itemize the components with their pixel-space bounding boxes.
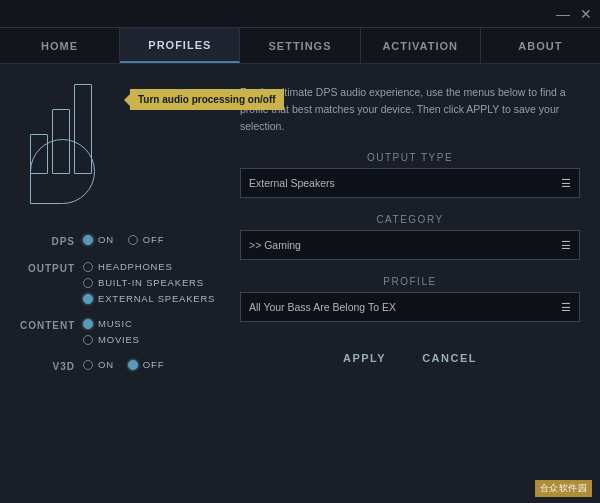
nav-bar: HOME PROFILES SETTINGS ACTIVATION ABOUT: [0, 28, 600, 64]
profile-dropdown[interactable]: All Your Bass Are Belong To EX ☰: [240, 292, 580, 322]
dps-off-label: OFF: [143, 234, 164, 245]
dps-on-option[interactable]: ON: [83, 234, 114, 245]
tab-activation[interactable]: ACTIVATION: [361, 28, 481, 63]
output-type-chevron-icon: ☰: [561, 177, 571, 189]
content-music-radio[interactable]: [83, 319, 93, 329]
title-bar: — ✕: [0, 0, 600, 28]
tooltip-audio-toggle[interactable]: Turn audio processing on/off: [130, 89, 284, 110]
right-panel: For the ultimate DPS audio experience, u…: [240, 84, 580, 493]
minimize-button[interactable]: —: [556, 6, 570, 22]
output-type-value: External Speakers: [249, 177, 335, 189]
main-content: Turn audio processing on/off DPS ON OFF …: [0, 64, 600, 503]
v3d-off-label: OFF: [143, 359, 164, 370]
dps-label: DPS: [20, 234, 75, 247]
v3d-on-option[interactable]: ON: [83, 359, 114, 370]
dps-off-option[interactable]: OFF: [128, 234, 164, 245]
output-label: OUTPUT: [20, 261, 75, 274]
output-control-row: OUTPUT HEADPHONES BUILT-IN SPEAKERS EXTE…: [20, 261, 220, 304]
apply-button[interactable]: APPLY: [335, 348, 394, 368]
output-headphones-radio[interactable]: [83, 262, 93, 272]
output-external-radio[interactable]: [83, 294, 93, 304]
cancel-button[interactable]: CANCEL: [414, 348, 485, 368]
profile-section: PROFILE All Your Bass Are Belong To EX ☰: [240, 276, 580, 322]
tab-about[interactable]: ABOUT: [481, 28, 600, 63]
output-builtin-option[interactable]: BUILT-IN SPEAKERS: [83, 277, 215, 288]
v3d-options: ON OFF: [83, 359, 164, 370]
logo-circle: [30, 139, 95, 204]
content-label: CONTENT: [20, 318, 75, 331]
output-builtin-radio[interactable]: [83, 278, 93, 288]
description-text: For the ultimate DPS audio experience, u…: [240, 84, 580, 134]
v3d-on-radio[interactable]: [83, 360, 93, 370]
close-button[interactable]: ✕: [580, 6, 592, 22]
dps-off-radio[interactable]: [128, 235, 138, 245]
v3d-off-option[interactable]: OFF: [128, 359, 164, 370]
output-external-option[interactable]: EXTERNAL SPEAKERS: [83, 293, 215, 304]
output-builtin-label: BUILT-IN SPEAKERS: [98, 277, 204, 288]
output-headphones-option[interactable]: HEADPHONES: [83, 261, 215, 272]
category-value: >> Gaming: [249, 239, 301, 251]
content-control-row: CONTENT MUSIC MOVIES: [20, 318, 220, 345]
content-options: MUSIC MOVIES: [83, 318, 140, 345]
content-music-label: MUSIC: [98, 318, 133, 329]
output-type-section: OUTPUT TYPE External Speakers ☰: [240, 152, 580, 198]
output-external-label: EXTERNAL SPEAKERS: [98, 293, 215, 304]
logo-area: Turn audio processing on/off: [20, 84, 150, 214]
left-panel: Turn audio processing on/off DPS ON OFF …: [20, 84, 220, 493]
content-movies-radio[interactable]: [83, 335, 93, 345]
dps-on-radio[interactable]: [83, 235, 93, 245]
watermark: 合众软件园: [535, 480, 593, 497]
profile-chevron-icon: ☰: [561, 301, 571, 313]
v3d-on-label: ON: [98, 359, 114, 370]
category-section: CATEGORY >> Gaming ☰: [240, 214, 580, 260]
action-row: APPLY CANCEL: [240, 348, 580, 368]
dps-control-row: DPS ON OFF: [20, 234, 220, 247]
output-type-dropdown[interactable]: External Speakers ☰: [240, 168, 580, 198]
output-options: HEADPHONES BUILT-IN SPEAKERS EXTERNAL SP…: [83, 261, 215, 304]
output-headphones-label: HEADPHONES: [98, 261, 173, 272]
dps-options: ON OFF: [83, 234, 164, 245]
category-chevron-icon: ☰: [561, 239, 571, 251]
v3d-control-row: V3D ON OFF: [20, 359, 220, 372]
category-label: CATEGORY: [240, 214, 580, 225]
v3d-label: V3D: [20, 359, 75, 372]
content-music-option[interactable]: MUSIC: [83, 318, 140, 329]
tab-home[interactable]: HOME: [0, 28, 120, 63]
profile-label: PROFILE: [240, 276, 580, 287]
output-type-label: OUTPUT TYPE: [240, 152, 580, 163]
category-dropdown[interactable]: >> Gaming ☰: [240, 230, 580, 260]
content-movies-option[interactable]: MOVIES: [83, 334, 140, 345]
content-movies-label: MOVIES: [98, 334, 140, 345]
profile-value: All Your Bass Are Belong To EX: [249, 301, 396, 313]
dps-on-label: ON: [98, 234, 114, 245]
tab-settings[interactable]: SETTINGS: [240, 28, 360, 63]
tab-profiles[interactable]: PROFILES: [120, 28, 240, 63]
v3d-off-radio[interactable]: [128, 360, 138, 370]
title-bar-controls: — ✕: [556, 6, 592, 22]
